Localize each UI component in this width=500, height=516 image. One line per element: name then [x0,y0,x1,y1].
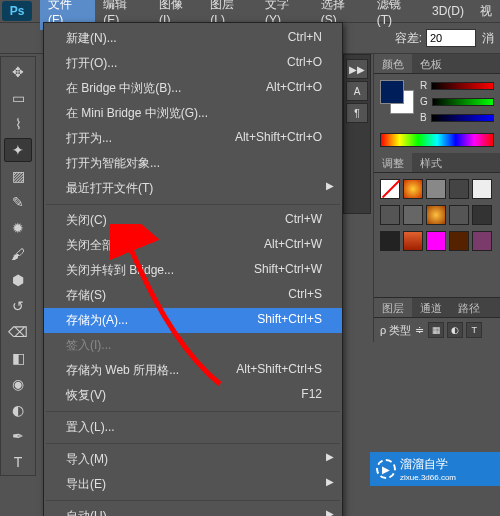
menu-item[interactable]: 新建(N)...Ctrl+N [44,26,342,51]
rgb-sliders: R G B [420,80,494,123]
layers-controls: ρ 类型 ≑ ▦ ◐ T [374,318,500,342]
menu-separator [46,411,340,412]
submenu-arrow-icon: ▶ [326,476,334,487]
foreground-color[interactable] [380,80,404,104]
menu-item[interactable]: 恢复(V)F12 [44,383,342,408]
magic-wand-tool[interactable]: ✦ [4,138,32,162]
collapsed-paragraph-panel-icon[interactable]: ¶ [346,103,368,123]
play-icon: ▶ [376,459,396,479]
move-tool[interactable]: ✥ [4,60,32,84]
menu-item-label: 恢复(V) [66,387,106,404]
color-tab[interactable]: 颜色 [374,54,412,73]
menu-item[interactable]: 关闭并转到 Bridge...Shift+Ctrl+W [44,258,342,283]
channels-tab[interactable]: 通道 [412,298,450,317]
layers-tab[interactable]: 图层 [374,298,412,317]
filter-dropdown-icon[interactable]: ≑ [415,324,424,337]
pen-tool[interactable]: ✒ [4,424,32,448]
foreground-background-colors[interactable] [380,80,414,114]
menu-item[interactable]: 导出(E)▶ [44,472,342,497]
menu-item: 签入(I)... [44,333,342,358]
swatches-tab[interactable]: 色板 [412,54,450,73]
hue-strip[interactable] [380,133,494,147]
menu-item-label: 在 Mini Bridge 中浏览(G)... [66,105,208,122]
menu-item[interactable]: 最近打开文件(T)▶ [44,176,342,201]
menu-separator [46,500,340,501]
collapsed-panel-strip: ▶▶ A ¶ [343,54,371,214]
filter-adjustment-icon[interactable]: ◐ [447,322,463,338]
menu-item[interactable]: 自动(U)▶ [44,504,342,516]
submenu-arrow-icon: ▶ [326,451,334,462]
type-tool[interactable]: T [4,450,32,474]
style-swatch[interactable] [426,179,446,199]
anti-alias-label: 消 [482,30,494,47]
menu-item[interactable]: 存储为 Web 所用格...Alt+Shift+Ctrl+S [44,358,342,383]
menu-3d[interactable]: 3D(D) [424,1,472,21]
tolerance-input[interactable] [426,29,476,47]
menu-item-label: 打开(O)... [66,55,117,72]
style-swatch[interactable] [449,231,469,251]
eraser-tool[interactable]: ⌫ [4,320,32,344]
collapsed-item[interactable]: ▶▶ [346,59,368,79]
styles-grid-row3 [374,231,500,257]
layers-panel-tabs: 图层 通道 路径 [374,298,500,318]
crop-tool[interactable]: ▨ [4,164,32,188]
menu-item[interactable]: 导入(M)▶ [44,447,342,472]
menu-item-label: 签入(I)... [66,337,111,354]
style-swatch[interactable] [449,179,469,199]
style-swatch[interactable] [403,205,423,225]
menu-filter[interactable]: 滤镜(T) [369,0,424,30]
menu-item[interactable]: 关闭全部Alt+Ctrl+W [44,233,342,258]
menu-item[interactable]: 存储(S)Ctrl+S [44,283,342,308]
adjustments-panel-tabs: 调整 样式 [374,153,500,173]
blur-tool[interactable]: ◉ [4,372,32,396]
styles-tab[interactable]: 样式 [412,153,450,172]
style-swatch[interactable] [449,205,469,225]
eyedropper-tool[interactable]: ✎ [4,190,32,214]
lasso-tool[interactable]: ⌇ [4,112,32,136]
menu-item-label: 打开为智能对象... [66,155,160,172]
menu-bar: Ps 文件(F) 编辑(E) 图像(I) 图层(L) 文字(Y) 选择(S) 滤… [0,0,500,22]
menu-item[interactable]: 打开(O)...Ctrl+O [44,51,342,76]
menu-item[interactable]: 置入(L)... [44,415,342,440]
healing-brush-tool[interactable]: ✹ [4,216,32,240]
gradient-tool[interactable]: ◧ [4,346,32,370]
styles-grid [374,173,500,205]
g-slider[interactable] [432,98,494,106]
r-slider[interactable] [431,82,494,90]
history-brush-tool[interactable]: ↺ [4,294,32,318]
stamp-tool[interactable]: ⬢ [4,268,32,292]
menu-item[interactable]: 打开为智能对象... [44,151,342,176]
menu-item[interactable]: 在 Mini Bridge 中浏览(G)... [44,101,342,126]
filter-type-label: ρ 类型 [380,323,411,338]
style-swatch[interactable] [426,231,446,251]
filter-pixel-icon[interactable]: ▦ [428,322,444,338]
menu-view[interactable]: 视 [472,0,500,23]
style-swatch[interactable] [426,205,446,225]
style-swatch[interactable] [380,205,400,225]
style-swatch[interactable] [472,205,492,225]
filter-type-icon[interactable]: T [466,322,482,338]
menu-item[interactable]: 存储为(A)...Shift+Ctrl+S [44,308,342,333]
menu-item-shortcut: Shift+Ctrl+S [257,312,322,329]
style-swatch[interactable] [403,231,423,251]
style-none[interactable] [380,179,400,199]
paths-tab[interactable]: 路径 [450,298,488,317]
menu-item-label: 自动(U) [66,508,107,516]
dodge-tool[interactable]: ◐ [4,398,32,422]
watermark-subtitle: zixue.3d66.com [400,473,456,482]
style-swatch[interactable] [472,179,492,199]
b-slider[interactable] [431,114,494,122]
adjustments-tab[interactable]: 调整 [374,153,412,172]
menu-separator [46,204,340,205]
brush-tool[interactable]: 🖌 [4,242,32,266]
menu-item[interactable]: 在 Bridge 中浏览(B)...Alt+Ctrl+O [44,76,342,101]
marquee-tool[interactable]: ▭ [4,86,32,110]
menu-item[interactable]: 关闭(C)Ctrl+W [44,208,342,233]
style-swatch[interactable] [380,231,400,251]
menu-item-shortcut: Alt+Ctrl+W [264,237,322,254]
collapsed-character-panel-icon[interactable]: A [346,81,368,101]
style-swatch[interactable] [403,179,423,199]
menu-item[interactable]: 打开为...Alt+Shift+Ctrl+O [44,126,342,151]
menu-item-shortcut: Ctrl+S [288,287,322,304]
style-swatch[interactable] [472,231,492,251]
